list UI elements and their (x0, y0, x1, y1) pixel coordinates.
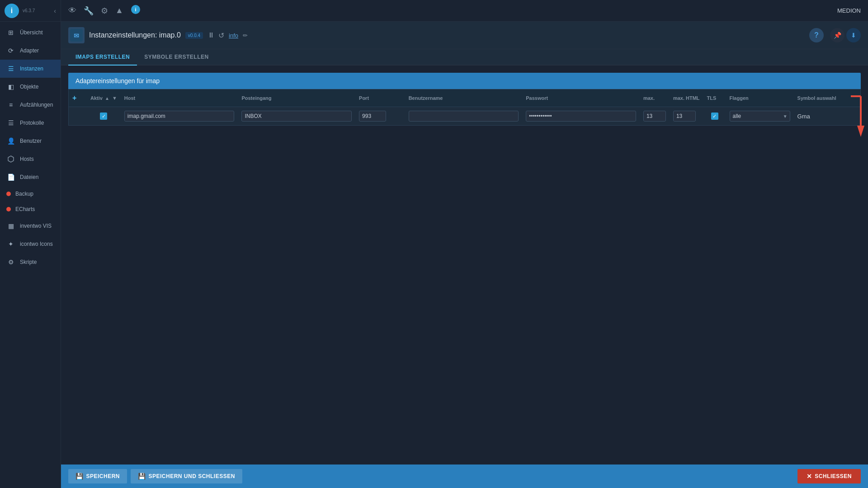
instance-adapter-icon: ✉ (68, 27, 85, 43)
instanzen-icon: ☰ (6, 64, 15, 73)
add-row-btn[interactable]: + (72, 94, 76, 102)
app-version: v6.3.7 (23, 8, 35, 13)
objekte-icon: ◧ (6, 82, 15, 91)
topbar: 👁 🔧 ⚙ ▲ i MEDION (61, 0, 868, 22)
app-logo: i (5, 4, 19, 18)
sidebar-item-objekte[interactable]: ◧ Objekte (0, 78, 61, 96)
adapter-icon: ⟳ (6, 46, 15, 55)
dateien-icon: 📄 (6, 173, 15, 182)
sidebar-collapse-btn[interactable]: ‹ (54, 7, 56, 14)
save-icon: 💾 (75, 473, 84, 480)
settings-icon[interactable]: ⚙ (101, 6, 108, 16)
instance-info-link[interactable]: info (229, 32, 238, 39)
tab-symbole-erstellen[interactable]: SYMBOLE ERSTELLEN (137, 49, 216, 66)
eye-icon[interactable]: 👁 (68, 6, 76, 15)
sidebar-label-backup: Backup (15, 191, 33, 197)
sidebar-item-echarts[interactable]: ECharts (0, 202, 61, 217)
row-tls-checkbox[interactable] (711, 113, 718, 120)
sort-aktiv-icon[interactable]: ▲ (105, 96, 109, 101)
sidebar-label-skripte: Skripte (20, 259, 37, 265)
row-port-input[interactable] (359, 111, 386, 122)
sidebar-item-hosts[interactable]: Hosts (0, 150, 61, 168)
hostname-label: MEDION (837, 7, 861, 14)
save-close-button[interactable]: 💾 SPEICHERN UND SCHLIESSEN (131, 469, 242, 483)
tabs-bar: IMAPS ERSTELLEN SYMBOLE ERSTELLEN (61, 49, 868, 66)
sidebar-label-instanzen: Instanzen (20, 66, 43, 72)
sidebar-item-dateien[interactable]: 📄 Dateien (0, 168, 61, 186)
svg-marker-0 (8, 156, 14, 162)
settings-table: + Aktiv ▲ ▼ Host Posteingang (69, 89, 860, 125)
sidebar-item-skripte[interactable]: ⚙ Skripte (0, 253, 61, 271)
close-icon: ✕ (807, 473, 812, 480)
iobroker-icon[interactable]: i (131, 5, 141, 17)
sidebar-item-protokolle[interactable]: ☰ Protokolle (0, 114, 61, 132)
instance-pause-btn[interactable]: ⏸ (208, 31, 215, 39)
sidebar-item-aufzaehlungen[interactable]: ≡ Aufzählungen (0, 96, 61, 114)
row-max-input[interactable] (643, 111, 666, 122)
sidebar-item-backup[interactable]: Backup (0, 186, 61, 202)
close-button[interactable]: ✕ SCHLIESSEN (797, 469, 861, 483)
sidebar-item-uebersicht[interactable]: ⊞ Übersicht (0, 23, 61, 42)
benutzer-icon: 👤 (6, 136, 15, 145)
col-tls-label: TLS (707, 95, 717, 101)
sidebar-label-objekte: Objekte (20, 84, 38, 90)
grid-icon: ⊞ (6, 28, 15, 37)
sidebar-label-uebersicht: Übersicht (20, 29, 43, 36)
sidebar-item-icontwo-icons[interactable]: ✦ icontwo Icons (0, 235, 61, 253)
col-benutzername-label: Benutzername (409, 95, 443, 101)
sidebar-label-icontwo-icons: icontwo Icons (20, 241, 53, 247)
svg-marker-6 (857, 126, 864, 137)
col-passwort-label: Passwort (526, 95, 548, 101)
instance-refresh-btn[interactable]: ↺ (218, 31, 224, 40)
col-max-html-label: max. HTML (673, 95, 700, 101)
row-max-html-input[interactable] (673, 111, 696, 122)
row-aktiv-checkbox[interactable] (100, 113, 107, 120)
backup-dot-icon (6, 192, 11, 196)
wrench-icon[interactable]: 🔧 (84, 6, 94, 16)
row-host-input[interactable] (124, 111, 235, 122)
pin-btn[interactable]: 📌 (830, 28, 844, 42)
row-passwort-input[interactable] (526, 111, 636, 122)
row-symbol-auswahl: Gma (797, 113, 810, 120)
tab-imaps-erstellen[interactable]: IMAPS ERSTELLEN (68, 49, 137, 66)
instance-help-btn[interactable]: ? (809, 28, 824, 42)
col-max-label: max. (643, 95, 655, 101)
sidebar-nav: ⊞ Übersicht ⟳ Adapter ☰ Instanzen ◧ Obje… (0, 22, 61, 488)
sidebar-header: i v6.3.7 ‹ (0, 0, 61, 22)
instance-edit-btn[interactable]: ✏ (243, 32, 248, 39)
sidebar-label-benutzer: Benutzer (20, 138, 42, 144)
sidebar-label-echarts: ECharts (15, 206, 35, 212)
download-btn[interactable]: ⬇ (846, 28, 861, 42)
table-row: alle ungelesen gelesen ▼ Gma (69, 107, 860, 126)
protokolle-icon: ☰ (6, 118, 15, 127)
filter-aktiv-icon[interactable]: ▼ (112, 95, 117, 101)
inventwo-vis-icon: ▦ (6, 221, 15, 230)
content-area: ✉ Instanzeinstellungen: imap.0 v0.0.4 ⏸ … (61, 22, 868, 488)
echarts-dot-icon (6, 207, 11, 211)
sidebar-label-hosts: Hosts (20, 156, 34, 162)
row-benutzername-input[interactable] (409, 111, 519, 122)
upload-icon[interactable]: ▲ (115, 6, 123, 15)
sidebar-item-benutzer[interactable]: 👤 Benutzer (0, 132, 61, 150)
row-posteingang-input[interactable] (241, 111, 352, 122)
sidebar-item-instanzen[interactable]: ☰ Instanzen (0, 60, 61, 78)
svg-text:i: i (135, 7, 136, 12)
save-close-icon: 💾 (138, 473, 146, 480)
sidebar: i v6.3.7 ‹ ⊞ Übersicht ⟳ Adapter ☰ Insta… (0, 0, 61, 488)
instance-version: v0.0.4 (185, 32, 203, 39)
aufzaehlungen-icon: ≡ (6, 100, 15, 109)
instance-header: ✉ Instanzeinstellungen: imap.0 v0.0.4 ⏸ … (61, 22, 868, 49)
row-flaggen-select[interactable]: alle ungelesen gelesen (730, 111, 790, 122)
settings-section-title: Adaptereinstellungen für imap (68, 73, 861, 89)
hosts-icon (6, 155, 15, 164)
sidebar-item-adapter[interactable]: ⟳ Adapter (0, 42, 61, 60)
sidebar-label-protokolle: Protokolle (20, 120, 44, 126)
skripte-icon: ⚙ (6, 258, 15, 267)
save-close-label: SPEICHERN UND SCHLIESSEN (149, 473, 235, 479)
save-button[interactable]: 💾 SPEICHERN (68, 469, 127, 483)
col-port-label: Port (359, 95, 369, 101)
sidebar-item-inventwo-vis[interactable]: ▦ inventwo VIS (0, 217, 61, 235)
annotation-arrow (847, 92, 865, 146)
instance-title: Instanzeinstellungen: imap.0 (89, 31, 181, 39)
sidebar-label-aufzaehlungen: Aufzählungen (20, 102, 53, 108)
